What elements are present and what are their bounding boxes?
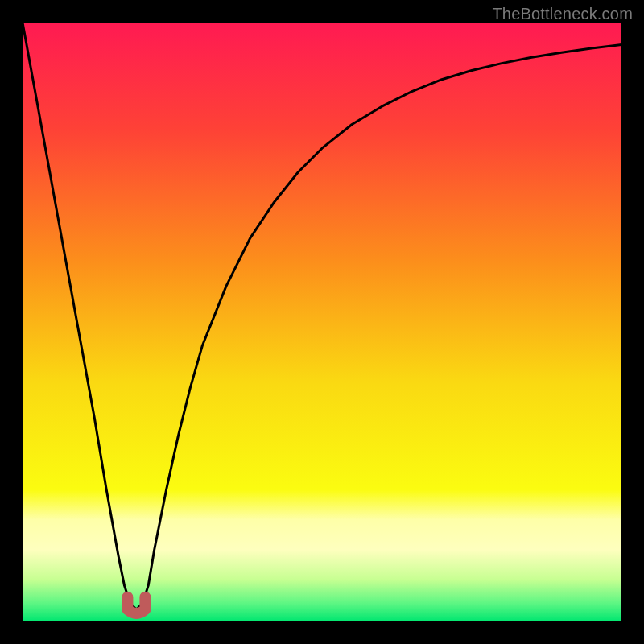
chart-canvas	[23, 23, 621, 621]
outer-frame: TheBottleneck.com	[0, 0, 644, 644]
plot-area	[23, 23, 621, 621]
optimal-valley-marker	[127, 597, 145, 613]
watermark-text: TheBottleneck.com	[492, 5, 633, 23]
bottleneck-curve	[23, 23, 621, 609]
